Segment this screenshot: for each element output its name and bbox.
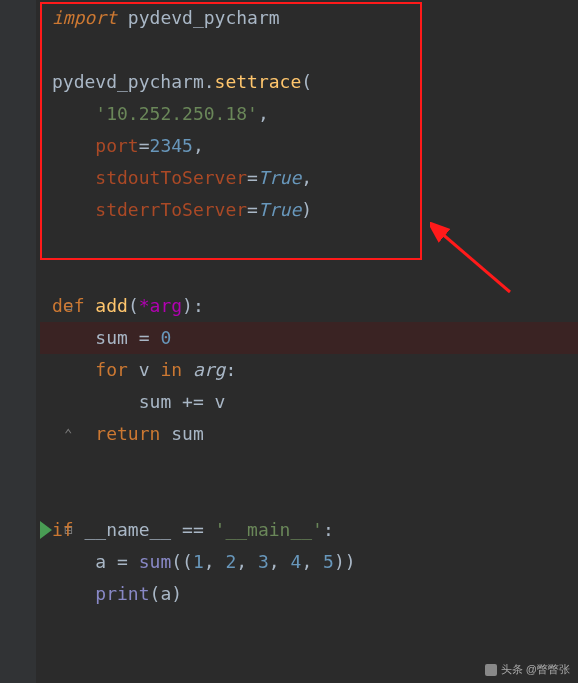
code-line[interactable] <box>40 258 578 290</box>
code-line[interactable]: import pydevd_pycharm <box>40 2 578 34</box>
code-line[interactable]: stdoutToServer=True, <box>40 162 578 194</box>
watermark: 头条 @瞥瞥张 <box>485 662 570 677</box>
code-line[interactable] <box>40 450 578 482</box>
code-area[interactable]: import pydevd_pycharm pydevd_pycharm.set… <box>36 2 578 610</box>
code-line[interactable]: '10.252.250.18', <box>40 98 578 130</box>
code-line[interactable]: sum += v <box>40 386 578 418</box>
code-editor[interactable]: import pydevd_pycharm pydevd_pycharm.set… <box>0 0 578 683</box>
code-line[interactable]: for v in arg: <box>40 354 578 386</box>
code-line[interactable] <box>40 482 578 514</box>
code-line[interactable]: if __name__ == '__main__': <box>40 514 578 546</box>
code-line[interactable] <box>40 226 578 258</box>
code-line[interactable]: def add(*arg): <box>40 290 578 322</box>
code-line[interactable]: a = sum((1, 2, 3, 4, 5)) <box>40 546 578 578</box>
code-line[interactable]: port=2345, <box>40 130 578 162</box>
watermark-icon <box>485 664 497 676</box>
gutter <box>0 0 36 683</box>
code-line[interactable]: stderrToServer=True) <box>40 194 578 226</box>
code-line[interactable]: sum = 0 <box>40 322 578 354</box>
code-line[interactable]: print(a) <box>40 578 578 610</box>
code-line[interactable]: pydevd_pycharm.settrace( <box>40 66 578 98</box>
code-line[interactable]: return sum <box>40 418 578 450</box>
code-line[interactable] <box>40 34 578 66</box>
